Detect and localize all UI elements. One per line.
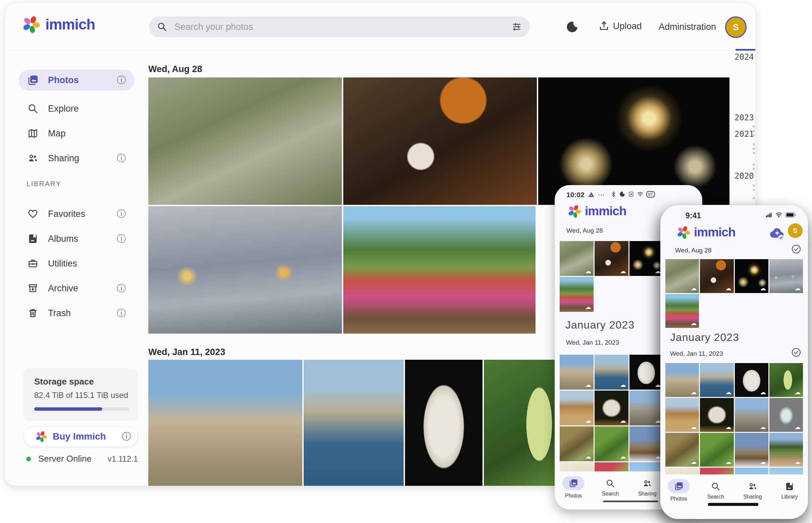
photo-ruined-wall[interactable]: [629, 391, 663, 426]
photo-fireworks-night[interactable]: [735, 259, 768, 293]
battery-indicator: 97: [646, 191, 655, 197]
photo-blue-sky-2[interactable]: [770, 468, 803, 474]
sidebar-item-favorites[interactable]: Favorites ⓘ: [18, 203, 135, 224]
photo-autumn-dinner-table[interactable]: [594, 241, 628, 276]
upload-button[interactable]: Upload: [598, 20, 642, 32]
nav-item-photos[interactable]: Photos: [664, 479, 694, 502]
photo-red-flowers[interactable]: [594, 462, 628, 471]
search-filter-icon[interactable]: [512, 22, 522, 32]
scrubber-year[interactable]: 2020: [735, 171, 754, 181]
photo-holding-hands-dusk[interactable]: [770, 259, 803, 293]
sidebar-item-archive[interactable]: Archive ⓘ: [18, 278, 135, 299]
sidebar-item-map[interactable]: Map: [18, 123, 135, 144]
scrubber-year[interactable]: 2023: [735, 113, 754, 122]
scrubber-tick: [753, 152, 755, 154]
nav-item-sharing[interactable]: Sharing: [738, 479, 768, 500]
nav-item-search[interactable]: Search: [701, 479, 731, 500]
photo-stone-sculpture[interactable]: [594, 391, 628, 426]
sidebar-item-albums[interactable]: Albums ⓘ: [18, 228, 135, 249]
photo-lizard-on-moss[interactable]: [594, 427, 628, 461]
user-avatar[interactable]: S: [788, 223, 802, 238]
photo-silver-ornament[interactable]: [770, 398, 803, 432]
home-indicator[interactable]: [603, 501, 658, 502]
user-avatar[interactable]: S: [725, 16, 746, 38]
status-time: 9:41: [686, 211, 701, 220]
photo-coastal-bay-town[interactable]: [700, 363, 733, 397]
info-icon[interactable]: ⓘ: [117, 307, 126, 319]
select-all-check-icon[interactable]: [791, 347, 801, 357]
info-icon[interactable]: ⓘ: [117, 282, 126, 294]
photo-red-flowers[interactable]: [700, 468, 733, 474]
photo-winter-church[interactable]: [735, 433, 768, 467]
photo-alpine-farm[interactable]: [770, 433, 803, 467]
nav-label: Sharing: [743, 494, 762, 500]
photo-fortress-walls[interactable]: [560, 355, 593, 390]
photo-blue-sky[interactable]: [735, 468, 768, 474]
photo-monkeys-in-forest[interactable]: [666, 259, 699, 293]
photo-fireworks-night[interactable]: [629, 241, 663, 276]
sidebar-item-utilities[interactable]: Utilities: [18, 253, 135, 274]
photo-sea-grapes-plant[interactable]: [770, 363, 803, 397]
photo-garden-flower-path[interactable]: [560, 277, 593, 312]
immich-logo-icon: [35, 431, 47, 443]
photo-stone-sculpture[interactable]: [700, 398, 733, 432]
scrubber-tick: [753, 168, 755, 170]
photo-coastal-bay-town[interactable]: [594, 355, 628, 390]
photo-lizard-on-leaves[interactable]: [560, 427, 593, 461]
nav-item-library[interactable]: Library: [774, 479, 805, 500]
info-icon[interactable]: ⓘ: [117, 208, 126, 220]
sidebar-item-photos[interactable]: Photos ⓘ: [18, 70, 135, 91]
photo-winter-church[interactable]: [629, 427, 663, 461]
storage-space-card: Storage space 82.4 TiB of 115.1 TiB used: [23, 368, 138, 421]
photo-beach-cliff[interactable]: [666, 398, 699, 432]
scrubber-tick: [753, 147, 755, 150]
sidebar-item-explore[interactable]: Explore: [18, 98, 135, 119]
photo-autumn-dinner-table[interactable]: [700, 259, 733, 293]
photo-blue-sky[interactable]: [629, 462, 663, 471]
photo-ruined-wall[interactable]: [735, 398, 768, 432]
info-icon[interactable]: ⓘ: [117, 233, 126, 245]
info-icon[interactable]: ⓘ: [117, 74, 126, 86]
sidebar-item-sharing[interactable]: Sharing ⓘ: [18, 148, 135, 169]
photo-fortress-walls[interactable]: [148, 360, 302, 486]
sharing-people-icon: [748, 482, 757, 491]
scrubber-active-line[interactable]: [736, 49, 756, 51]
nav-item-search[interactable]: Search: [595, 476, 625, 497]
scrubber-tick: [753, 130, 755, 132]
photo-marble-bust[interactable]: [735, 363, 768, 397]
sidebar-item-trash[interactable]: Trash ⓘ: [18, 303, 135, 324]
home-indicator[interactable]: [708, 503, 758, 506]
search-placeholder: Search your photos: [174, 22, 512, 32]
nav-item-sharing[interactable]: Sharing: [632, 476, 662, 497]
nav-item-photos[interactable]: Photos: [558, 476, 589, 499]
album-icon: [27, 233, 39, 245]
photo-lizard-on-leaves[interactable]: [666, 433, 699, 467]
photos-icon: [27, 74, 39, 86]
photo-monkeys-in-forest[interactable]: [560, 241, 593, 276]
dark-mode-toggle[interactable]: [566, 20, 579, 33]
sidebar-item-label: Trash: [48, 308, 117, 319]
app-logo[interactable]: immich: [22, 15, 95, 34]
info-icon[interactable]: ⓘ: [122, 431, 131, 443]
buy-immich-button[interactable]: Buy Immich ⓘ: [23, 426, 138, 447]
photo-monkeys-in-forest[interactable]: [148, 77, 342, 205]
photo-coastal-bay-town[interactable]: [304, 360, 404, 486]
photo-cream-detail[interactable]: [560, 462, 593, 471]
scrubber-year[interactable]: 2021: [735, 129, 754, 139]
photo-beach-cliff[interactable]: [560, 391, 593, 426]
photo-marble-bust[interactable]: [405, 360, 483, 486]
administration-link[interactable]: Administration: [659, 22, 716, 32]
scrubber-year[interactable]: 2024: [735, 52, 754, 62]
select-all-check-icon[interactable]: [791, 244, 801, 254]
search-input[interactable]: Search your photos: [149, 16, 530, 37]
photo-fortress-walls[interactable]: [666, 363, 699, 397]
photo-cream-detail[interactable]: [666, 468, 699, 474]
info-icon[interactable]: ⓘ: [117, 152, 126, 164]
photo-garden-flower-path[interactable]: [343, 206, 536, 333]
photo-holding-hands-dusk[interactable]: [148, 206, 342, 333]
photo-garden-flower-path[interactable]: [666, 294, 699, 328]
photo-lizard-on-moss[interactable]: [700, 433, 733, 467]
cloud-sync-icon[interactable]: [768, 224, 786, 242]
photo-marble-bust[interactable]: [629, 355, 663, 390]
photo-autumn-dinner-table[interactable]: [343, 77, 537, 205]
